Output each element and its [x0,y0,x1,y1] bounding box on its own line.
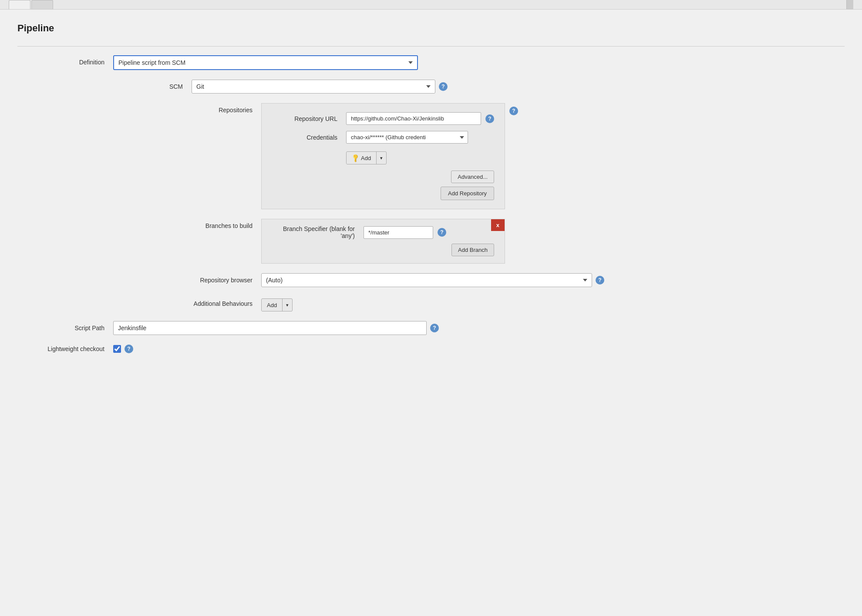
branches-box: x Branch Specifier (blank for 'any') ? A… [261,219,505,264]
branches-label: Branches to build [192,219,261,229]
branch-specifier-row: Branch Specifier (blank for 'any') ? [272,225,494,239]
script-path-control: ? [113,321,845,335]
scm-control: None Git ? [192,80,845,94]
main-content: Pipeline Definition Pipeline script from… [0,10,862,376]
add-credentials-button[interactable]: 🔑 Add [347,152,376,164]
lightweight-checkout-control: ? [113,345,845,353]
repo-url-input[interactable] [346,112,481,125]
script-path-help-icon[interactable]: ? [430,324,439,332]
add-credentials-row: 🔑 Add ▾ [272,150,494,164]
branches-row: Branches to build x Branch Specifier (bl… [17,219,845,264]
repositories-label: Repositories [192,103,261,114]
lightweight-checkout-row: Lightweight checkout ? [17,345,845,353]
add-credentials-dropdown[interactable]: ▾ [377,153,386,164]
scm-select[interactable]: None Git [192,80,435,94]
branch-specifier-help-icon[interactable]: ? [438,228,446,237]
repositories-row: Repositories Repository URL ? Credential… [17,103,845,209]
additional-behaviours-row: Additional Behaviours Add ▾ [17,297,845,311]
lightweight-checkout-checkbox[interactable] [113,345,121,353]
scm-row: SCM None Git ? [17,80,845,94]
tab-1[interactable] [9,0,30,9]
repositories-box: Repository URL ? Credentials chao-xi/***… [261,103,505,209]
repo-browser-row: Repository browser (Auto) ? [17,273,845,287]
branch-specifier-label: Branch Specifier (blank for 'any') [272,225,359,239]
repo-url-label: Repository URL [272,115,342,122]
add-repository-button[interactable]: Add Repository [441,187,494,200]
credentials-label: Credentials [272,134,342,141]
script-path-label: Script Path [17,321,113,331]
definition-select[interactable]: Pipeline script from SCM Pipeline script [113,55,418,70]
top-tabs [0,0,862,10]
repo-browser-control: (Auto) ? [261,273,845,287]
advanced-button[interactable]: Advanced... [451,171,494,183]
script-path-input[interactable] [113,321,427,335]
remove-branch-button[interactable]: x [491,219,505,231]
branch-specifier-input[interactable] [364,226,433,239]
divider [17,46,845,47]
page-container: Pipeline Definition Pipeline script from… [0,0,862,616]
additional-behaviours-control: Add ▾ [261,297,845,311]
repo-browser-select[interactable]: (Auto) [261,273,592,287]
key-icon: 🔑 [350,153,360,163]
credentials-select[interactable]: chao-xi/****** (Github credenti - none - [346,131,468,144]
scm-label: SCM [113,80,192,90]
repo-url-help-icon[interactable]: ? [485,114,494,123]
add-behaviour-button[interactable]: Add [262,299,282,311]
add-credentials-group[interactable]: 🔑 Add ▾ [346,151,387,164]
repo-url-row: Repository URL ? [272,112,494,125]
definition-control: Pipeline script from SCM Pipeline script [113,55,845,70]
lightweight-checkout-help-icon[interactable]: ? [125,345,133,353]
credentials-row: Credentials chao-xi/****** (Github crede… [272,131,494,144]
tab-2[interactable] [31,0,53,9]
script-path-row: Script Path ? [17,321,845,335]
add-branch-button[interactable]: Add Branch [451,244,494,256]
scm-help-icon[interactable]: ? [439,82,448,91]
definition-label: Definition [17,55,113,66]
add-behaviour-group[interactable]: Add ▾ [261,298,293,311]
repositories-help-icon[interactable]: ? [509,107,518,115]
lightweight-checkout-label: Lightweight checkout [17,345,113,352]
scrollbar[interactable] [846,0,853,9]
page-title: Pipeline [17,23,845,34]
repo-browser-help-icon[interactable]: ? [596,276,604,285]
definition-row: Definition Pipeline script from SCM Pipe… [17,55,845,70]
additional-behaviours-label: Additional Behaviours [192,297,261,307]
add-behaviour-dropdown[interactable]: ▾ [283,300,292,311]
repo-browser-label: Repository browser [192,273,261,284]
